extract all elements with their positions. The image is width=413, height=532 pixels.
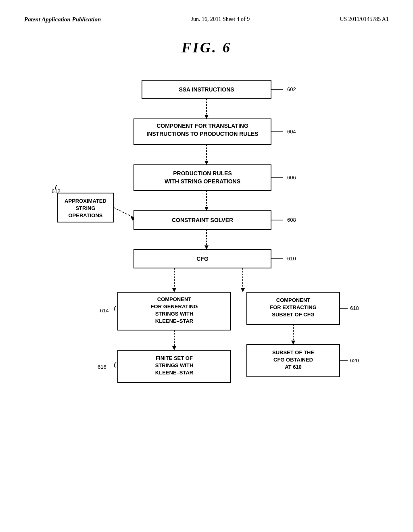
svg-text:612: 612 bbox=[52, 188, 60, 194]
svg-text:COMPONENT: COMPONENT bbox=[276, 297, 311, 303]
svg-text:616: 616 bbox=[98, 364, 106, 370]
svg-marker-48 bbox=[172, 346, 176, 350]
svg-text:604: 604 bbox=[287, 129, 296, 135]
svg-text:CONSTRAINT  SOLVER: CONSTRAINT SOLVER bbox=[172, 217, 233, 223]
svg-rect-0 bbox=[142, 80, 271, 99]
svg-rect-27 bbox=[134, 211, 271, 229]
svg-text:602: 602 bbox=[287, 86, 296, 92]
svg-marker-5 bbox=[204, 115, 209, 119]
svg-text:AT 610: AT 610 bbox=[285, 364, 302, 370]
svg-text:APPROXIMATED: APPROXIMATED bbox=[65, 198, 106, 204]
svg-marker-19 bbox=[204, 207, 209, 211]
svg-text:FOR GENERATING: FOR GENERATING bbox=[151, 303, 198, 310]
header-right: US 2011/0145785 A1 bbox=[340, 16, 389, 23]
svg-text:WITH STRING OPERATIONS: WITH STRING OPERATIONS bbox=[165, 178, 240, 185]
svg-marker-32 bbox=[204, 245, 209, 249]
svg-text:STRING: STRING bbox=[75, 205, 95, 211]
page: Patent Application Publication Jun. 16, … bbox=[0, 0, 413, 532]
diagram: SSA INSTRUCTIONS 602 COMPONENT FOR TRANS… bbox=[49, 76, 364, 479]
svg-marker-26 bbox=[131, 216, 136, 220]
svg-text:FINITE SET OF: FINITE SET OF bbox=[156, 355, 193, 361]
header: Patent Application Publication Jun. 16, … bbox=[24, 16, 389, 23]
svg-text:CFG OBTAINED: CFG OBTAINED bbox=[273, 357, 313, 363]
svg-rect-33 bbox=[134, 249, 271, 268]
figure-title: FIG. 6 bbox=[24, 39, 389, 56]
svg-text:PRODUCTION RULES: PRODUCTION RULES bbox=[173, 170, 232, 177]
svg-rect-54 bbox=[247, 292, 340, 324]
svg-text:STRINGS WITH: STRINGS WITH bbox=[155, 362, 194, 368]
svg-rect-13 bbox=[134, 165, 271, 191]
svg-text:CFG: CFG bbox=[196, 256, 209, 262]
svg-rect-6 bbox=[134, 119, 271, 145]
svg-text:614: 614 bbox=[100, 308, 109, 314]
svg-rect-41 bbox=[118, 292, 231, 330]
header-center: Jun. 16, 2011 Sheet 4 of 9 bbox=[191, 16, 250, 23]
svg-text:COMPONENT: COMPONENT bbox=[157, 296, 192, 302]
svg-text:SUBSET OF CFG: SUBSET OF CFG bbox=[272, 312, 314, 318]
svg-text:COMPONENT FOR TRANSLATING: COMPONENT FOR TRANSLATING bbox=[156, 123, 248, 129]
svg-text:SUBSET OF THE: SUBSET OF THE bbox=[272, 349, 314, 355]
svg-text:620: 620 bbox=[350, 357, 359, 364]
svg-text:KLEENE–STAR: KLEENE–STAR bbox=[155, 318, 194, 324]
svg-text:INSTRUCTIONS TO PRODUCTION RUL: INSTRUCTIONS TO PRODUCTION RULES bbox=[146, 131, 258, 137]
svg-marker-38 bbox=[172, 288, 176, 292]
svg-text:STRINGS WITH: STRINGS WITH bbox=[155, 311, 194, 317]
svg-text:610: 610 bbox=[287, 256, 296, 262]
svg-marker-12 bbox=[204, 161, 209, 165]
svg-line-25 bbox=[114, 208, 133, 217]
svg-marker-40 bbox=[241, 288, 245, 292]
svg-text:OPERATIONS: OPERATIONS bbox=[69, 212, 103, 218]
svg-text:SSA INSTRUCTIONS: SSA INSTRUCTIONS bbox=[179, 86, 234, 93]
svg-rect-49 bbox=[118, 350, 231, 382]
svg-text:606: 606 bbox=[287, 175, 296, 181]
svg-rect-62 bbox=[247, 345, 340, 377]
svg-marker-61 bbox=[291, 341, 295, 345]
svg-text:KLEENE–STAR: KLEENE–STAR bbox=[155, 370, 194, 376]
svg-text:608: 608 bbox=[287, 217, 296, 223]
svg-text:FOR EXTRACTING: FOR EXTRACTING bbox=[270, 304, 317, 310]
svg-text:618: 618 bbox=[350, 305, 359, 311]
header-left: Patent Application Publication bbox=[24, 16, 101, 23]
svg-rect-20 bbox=[57, 193, 114, 222]
